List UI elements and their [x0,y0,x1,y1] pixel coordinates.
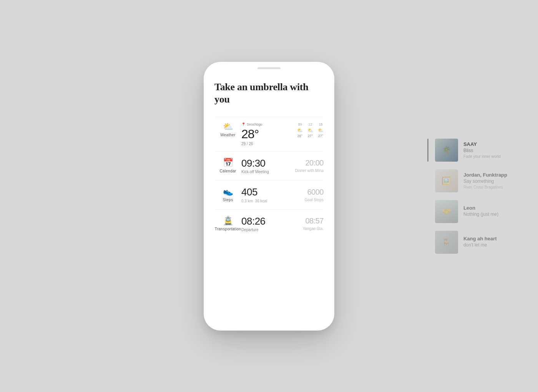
track-artist-3: Leon [463,205,507,211]
calendar-event2: Dinner with Mina [295,169,324,173]
active-bar [427,139,428,162]
track-1[interactable]: 🌴 SAAY Bliss Fade your inner world [435,135,507,165]
track-desc-1: Fade your inner world [463,154,507,159]
transport-time1: 08:26 [241,216,303,227]
weather-card[interactable]: ⛅ Weather 📍 Seochogu 28° 29 / 26 09 [214,117,324,151]
forecast-12: 12 ⛅ 27° [307,122,313,138]
track-artist-2: Jordan, Funktrapp [463,172,507,178]
transportation-main: 08:26 Departure [241,216,303,232]
phone-content: Take an umbrella with you ⛅ Weather 📍 Se… [204,62,334,331]
track-artist-1: SAAY [463,141,507,147]
track-info-2: Jordan, Funktrapp Say something River Cr… [463,172,507,189]
calendar-time1: 09:30 [241,158,295,169]
steps-goal: 6000 [307,188,324,197]
calendar-icon: 📅 [223,159,233,167]
phone-notch [257,67,281,69]
transportation-icon-area: 🚊 Transportation [214,217,241,231]
calendar-label: Calendar [220,169,236,173]
forecast-icon-09: ⛅ [297,127,303,133]
weather-forecast: 09 ⛅ 26° 12 ⛅ 27° 15 ⛅ 27° [297,122,324,138]
cloud-icon: ⛅ [223,122,233,131]
steps-icon-area: 👟 Steps [214,187,241,202]
weather-main: 📍 Seochogu 28° 29 / 26 [241,122,297,146]
steps-right: 6000 Goal Steps [305,188,324,202]
forecast-09: 09 ⛅ 26° [297,122,303,138]
track-song-3: Nothing (just me) [463,212,507,217]
forecast-icon-15: ⛅ [318,127,324,133]
weather-label: Weather [220,133,236,137]
calendar-time2: 20:00 [305,159,324,167]
transport-label2: Yangae Sta. [303,227,324,231]
track-song-1: Bliss [463,148,507,153]
steps-count: 405 [241,187,305,198]
calendar-main: 09:30 Kick-off Meeting [241,158,295,174]
weather-range: 29 / 26 [241,142,297,146]
track-desc-2: River Cross Bragatines [463,185,507,189]
track-info-3: Leon Nothing (just me) [463,205,507,218]
forecast-15: 15 ⛅ 27° [318,122,324,138]
transport-time2: 08:57 [305,217,324,225]
transport-label1: Departure [241,228,303,232]
track-thumb-2: 🖼️ [435,169,458,192]
steps-sub: 0.3 km 36 kcal [241,199,305,203]
calendar-right: 20:00 Dinner with Mina [295,159,324,173]
steps-icon: 👟 [223,187,233,196]
weather-location: 📍 Seochogu [241,122,297,126]
steps-main: 405 0.3 km 36 kcal [241,187,305,203]
train-icon: 🚊 [223,217,233,225]
track-3[interactable]: 🤝 Leon Nothing (just me) [435,196,507,227]
side-panel: 🌴 SAAY Bliss Fade your inner world 🖼️ Jo… [435,135,507,258]
calendar-event1: Kick-off Meeting [241,170,295,174]
track-artist-4: Kang ah heart [463,236,507,241]
track-song-4: don't let me [463,242,507,248]
transportation-card[interactable]: 🚊 Transportation 08:26 Departure 08:57 Y… [214,209,324,238]
transportation-label: Transportation [215,227,241,231]
track-2[interactable]: 🖼️ Jordan, Funktrapp Say something River… [435,165,507,196]
track-song-2: Say something [463,179,507,184]
scene: Take an umbrella with you ⛅ Weather 📍 Se… [0,0,538,392]
track-thumb-4: 🪑 [435,231,458,254]
phone: Take an umbrella with you ⛅ Weather 📍 Se… [204,62,334,331]
track-thumb-3: 🤝 [435,200,458,223]
hero-title: Take an umbrella with you [214,81,324,106]
phone-screen: Take an umbrella with you ⛅ Weather 📍 Se… [204,62,334,331]
steps-card[interactable]: 👟 Steps 405 0.3 km 36 kcal 6000 Goal Ste… [214,180,324,209]
track-4[interactable]: 🪑 Kang ah heart don't let me [435,227,507,258]
calendar-card[interactable]: 📅 Calendar 09:30 Kick-off Meeting 20:00 … [214,151,324,180]
steps-label: Steps [223,198,233,202]
track-info-1: SAAY Bliss Fade your inner world [463,141,507,159]
track-info-4: Kang ah heart don't let me [463,236,507,249]
calendar-icon-area: 📅 Calendar [214,159,241,173]
steps-goal-label: Goal Steps [305,198,324,202]
pin-icon: 📍 [241,122,246,126]
weather-icon-area: ⛅ Weather [214,122,241,137]
forecast-icon-12: ⛅ [307,127,313,133]
track-thumb-1: 🌴 [435,139,458,162]
weather-temp: 28° [241,128,297,140]
transportation-right: 08:57 Yangae Sta. [303,217,324,231]
